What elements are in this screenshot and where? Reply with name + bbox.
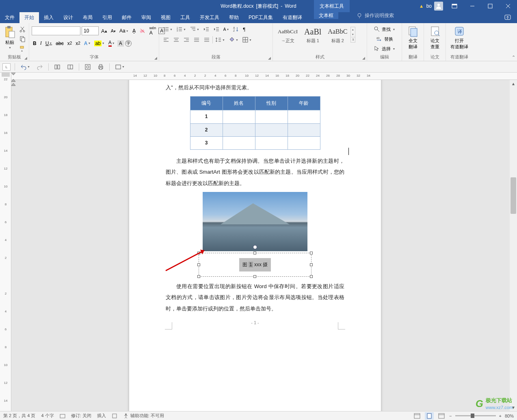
cut-button[interactable] (18, 25, 27, 34)
pinyin-button[interactable]: wénA (148, 25, 158, 37)
full-translate-button[interactable]: 全文 翻译 (405, 25, 421, 51)
underline-button[interactable]: U▼ (44, 39, 54, 47)
inline-image-mountain[interactable] (203, 192, 307, 251)
clipboard-launcher[interactable]: ◢ (24, 56, 27, 60)
decrease-indent-button[interactable] (202, 25, 211, 34)
style-heading2[interactable]: AaBbC标题 2 (325, 25, 350, 45)
user-area[interactable]: ▲ bo (419, 2, 443, 11)
style-heading1[interactable]: AaBl标题 1 (302, 25, 324, 45)
font-size-input[interactable] (82, 26, 99, 35)
font-launcher[interactable]: ◢ (154, 56, 157, 60)
tab-dev[interactable]: 开发工具 (195, 12, 224, 23)
line-spacing-button[interactable]: ▼ (214, 35, 226, 44)
asian-layout-button[interactable]: A▼ (222, 26, 231, 33)
paste-button[interactable]: 粘贴 ▼ (2, 25, 17, 53)
vertical-scrollbar[interactable]: ▴ ▾ (510, 80, 517, 411)
align-center-button[interactable] (172, 35, 181, 44)
horizontal-ruler[interactable]: 1412108642246810121416182022242628303234 (11, 73, 517, 80)
tab-youdao[interactable]: 有道翻译 (278, 12, 307, 23)
undo-button[interactable]: ▼ (19, 62, 31, 71)
zoom-in-button[interactable]: + (499, 414, 502, 418)
resize-handle[interactable] (310, 263, 313, 266)
char-shading-button[interactable]: A (117, 40, 124, 47)
paragraph-launcher[interactable]: ◢ (268, 56, 271, 60)
tab-help[interactable]: 帮助 (224, 12, 244, 23)
resize-handle[interactable] (253, 252, 256, 254)
subscript-button[interactable]: x2 (66, 39, 74, 47)
select-button[interactable]: 选择▼ (370, 44, 399, 53)
shrink-font-button[interactable]: A▾ (110, 27, 117, 34)
style-gallery-more[interactable]: ▴▾⊻ (350, 27, 355, 43)
tab-file[interactable]: 文件 (0, 12, 19, 23)
bullets-button[interactable]: ▼ (162, 25, 174, 34)
resize-handle[interactable] (310, 252, 313, 254)
ruler-toggle[interactable]: L (2, 63, 11, 71)
scroll-down-arrow[interactable]: ▾ (510, 404, 517, 411)
resize-handle[interactable] (197, 263, 200, 266)
rotate-handle[interactable] (253, 245, 257, 249)
increase-indent-button[interactable] (212, 25, 221, 34)
numbering-button[interactable]: 123▼ (175, 25, 187, 34)
strikethrough-button[interactable]: abc (54, 39, 65, 47)
status-page[interactable]: 第 2 页，共 4 页 (3, 413, 35, 419)
redo-button[interactable] (35, 62, 44, 71)
view-focus-button[interactable] (413, 412, 422, 420)
zoom-level[interactable]: 80% (505, 414, 514, 418)
ribbon-display-options[interactable] (446, 0, 463, 12)
status-a11y[interactable]: 辅助功能: 不可用 (123, 413, 164, 419)
qat-btn-2[interactable] (66, 62, 75, 71)
resize-handle[interactable] (197, 275, 200, 278)
tab-design[interactable]: 设计 (58, 12, 78, 23)
resize-handle[interactable] (197, 252, 200, 254)
status-macro-icon[interactable] (112, 413, 117, 419)
close-button[interactable] (499, 0, 517, 12)
thesis-check-button[interactable]: 论文 查重 (426, 25, 443, 51)
tab-mailings[interactable]: 邮件 (117, 12, 136, 23)
bold-button[interactable]: B (32, 39, 38, 47)
vertical-ruler[interactable]: 2220181614121086422468101214 (0, 73, 11, 411)
tab-layout[interactable]: 布局 (78, 12, 97, 23)
tab-pdf[interactable]: PDF工具集 (244, 12, 278, 23)
scroll-thumb[interactable] (511, 177, 516, 214)
tab-references[interactable]: 引用 (97, 12, 117, 23)
font-family-input[interactable] (32, 26, 80, 35)
tab-review[interactable]: 审阅 (136, 12, 156, 23)
status-lang-icon[interactable] (60, 413, 65, 419)
multilevel-list-button[interactable]: ▼ (188, 25, 201, 34)
borders-button[interactable]: ▼ (241, 35, 253, 44)
qat-preview-button[interactable] (83, 62, 92, 71)
tell-me[interactable]: 操作说明搜索 (357, 12, 394, 19)
font-color-button[interactable]: A▼ (107, 39, 116, 48)
italic-button[interactable]: I (39, 39, 43, 47)
shading-button[interactable]: ▼ (227, 35, 240, 44)
superscript-button[interactable]: x2 (74, 39, 82, 47)
tab-insert[interactable]: 插入 (39, 12, 58, 23)
user-avatar-icon[interactable] (434, 2, 443, 11)
tab-home[interactable]: 开始 (19, 12, 39, 23)
text-effects-button[interactable]: A▼ (83, 39, 92, 47)
qat-print-button[interactable] (96, 62, 105, 71)
status-track[interactable]: 修订: 关闭 (71, 413, 91, 419)
sort-button[interactable]: AZ (231, 25, 240, 34)
view-print-button[interactable] (425, 412, 434, 420)
distribute-button[interactable] (202, 35, 211, 44)
zoom-out-button[interactable]: − (449, 414, 452, 418)
replace-button[interactable]: ab替换 (370, 34, 399, 43)
view-web-button[interactable] (437, 412, 446, 420)
change-case-button[interactable]: Aa▼ (118, 27, 130, 35)
align-right-button[interactable] (182, 35, 191, 44)
copy-button[interactable] (18, 34, 27, 43)
qat-btn-1[interactable] (53, 62, 62, 71)
open-youdao-button[interactable]: 译 打开 有道翻译 (448, 25, 470, 51)
align-left-button[interactable] (162, 35, 171, 44)
show-marks-button[interactable]: ¶ (242, 25, 246, 34)
find-button[interactable]: 查找▼ (370, 25, 399, 34)
justify-button[interactable] (192, 35, 201, 44)
qat-btn-5[interactable]: ▼ (114, 62, 126, 71)
selected-textbox[interactable]: 图 1 xxx 摄 (199, 253, 311, 277)
status-words[interactable]: 4 个字 (41, 413, 54, 419)
collapse-ribbon-button[interactable]: ⌃ (512, 55, 515, 60)
highlight-button[interactable]: ab▼ (93, 39, 106, 47)
scroll-up-arrow[interactable]: ▴ (510, 80, 517, 87)
zoom-slider[interactable] (455, 415, 496, 416)
